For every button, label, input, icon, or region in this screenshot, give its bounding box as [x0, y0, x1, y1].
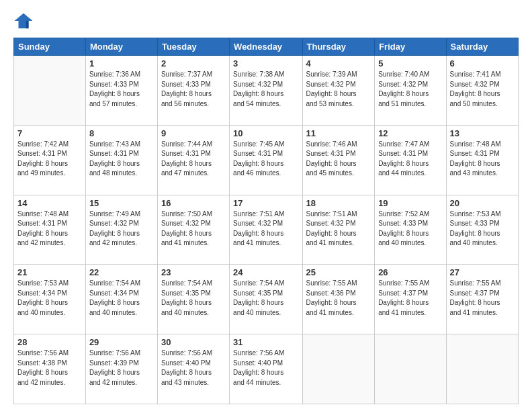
page: SundayMondayTuesdayWednesdayThursdayFrid…: [0, 0, 532, 411]
day-number: 22: [89, 267, 154, 277]
calendar-cell: 16Sunrise: 7:50 AM Sunset: 4:32 PM Dayli…: [157, 195, 229, 265]
day-number: 17: [233, 198, 298, 208]
day-number: 29: [89, 337, 154, 347]
day-number: 14: [17, 198, 82, 208]
day-info: Sunrise: 7:54 AM Sunset: 4:35 PM Dayligh…: [161, 279, 226, 318]
day-info: Sunrise: 7:36 AM Sunset: 4:33 PM Dayligh…: [89, 70, 154, 109]
day-number: 11: [306, 128, 371, 138]
col-header-monday: Monday: [85, 38, 157, 56]
col-header-wednesday: Wednesday: [230, 38, 302, 56]
calendar-cell: 26Sunrise: 7:55 AM Sunset: 4:37 PM Dayli…: [375, 265, 446, 334]
col-header-thursday: Thursday: [302, 38, 375, 56]
calendar-header-row: SundayMondayTuesdayWednesdayThursdayFrid…: [14, 38, 519, 56]
calendar-cell: 31Sunrise: 7:56 AM Sunset: 4:40 PM Dayli…: [230, 334, 302, 404]
calendar-cell: 6Sunrise: 7:41 AM Sunset: 4:32 PM Daylig…: [446, 56, 518, 126]
calendar-cell: 9Sunrise: 7:44 AM Sunset: 4:31 PM Daylig…: [157, 125, 229, 195]
calendar-cell: 7Sunrise: 7:42 AM Sunset: 4:31 PM Daylig…: [14, 125, 86, 195]
day-number: 6: [450, 58, 515, 68]
calendar-cell: 24Sunrise: 7:54 AM Sunset: 4:35 PM Dayli…: [230, 265, 302, 334]
day-info: Sunrise: 7:37 AM Sunset: 4:33 PM Dayligh…: [161, 70, 226, 109]
day-number: 30: [161, 337, 226, 347]
calendar-cell: [446, 334, 518, 404]
day-number: 9: [161, 128, 226, 138]
day-info: Sunrise: 7:53 AM Sunset: 4:33 PM Dayligh…: [450, 210, 515, 248]
calendar-cell: [302, 334, 375, 404]
day-info: Sunrise: 7:47 AM Sunset: 4:31 PM Dayligh…: [378, 140, 442, 179]
day-info: Sunrise: 7:55 AM Sunset: 4:36 PM Dayligh…: [306, 279, 371, 318]
day-info: Sunrise: 7:56 AM Sunset: 4:40 PM Dayligh…: [233, 349, 298, 387]
week-row-4: 28Sunrise: 7:56 AM Sunset: 4:38 PM Dayli…: [14, 334, 519, 404]
day-info: Sunrise: 7:55 AM Sunset: 4:37 PM Dayligh…: [450, 279, 515, 318]
day-info: Sunrise: 7:40 AM Sunset: 4:32 PM Dayligh…: [378, 70, 442, 109]
calendar-cell: 2Sunrise: 7:37 AM Sunset: 4:33 PM Daylig…: [157, 56, 229, 126]
col-header-friday: Friday: [375, 38, 446, 56]
header: [13, 11, 519, 31]
day-number: 18: [306, 198, 371, 208]
logo-icon: [13, 11, 34, 31]
day-number: 8: [89, 128, 154, 138]
calendar-cell: 25Sunrise: 7:55 AM Sunset: 4:36 PM Dayli…: [302, 265, 375, 334]
day-info: Sunrise: 7:55 AM Sunset: 4:37 PM Dayligh…: [378, 279, 442, 318]
calendar-cell: 17Sunrise: 7:51 AM Sunset: 4:32 PM Dayli…: [230, 195, 302, 265]
day-info: Sunrise: 7:48 AM Sunset: 4:31 PM Dayligh…: [17, 210, 82, 248]
calendar-cell: [14, 56, 86, 126]
day-info: Sunrise: 7:41 AM Sunset: 4:32 PM Dayligh…: [450, 70, 515, 109]
day-number: 27: [450, 267, 515, 277]
week-row-3: 21Sunrise: 7:53 AM Sunset: 4:34 PM Dayli…: [14, 265, 519, 334]
calendar-cell: 10Sunrise: 7:45 AM Sunset: 4:31 PM Dayli…: [230, 125, 302, 195]
calendar-cell: 4Sunrise: 7:39 AM Sunset: 4:32 PM Daylig…: [302, 56, 375, 126]
svg-marker-0: [15, 13, 33, 29]
day-number: 10: [233, 128, 298, 138]
calendar-cell: 29Sunrise: 7:56 AM Sunset: 4:39 PM Dayli…: [85, 334, 157, 404]
day-info: Sunrise: 7:56 AM Sunset: 4:39 PM Dayligh…: [89, 349, 154, 387]
day-number: 1: [89, 58, 154, 68]
day-number: 3: [233, 58, 298, 68]
day-number: 21: [17, 267, 82, 277]
calendar-cell: 13Sunrise: 7:48 AM Sunset: 4:31 PM Dayli…: [446, 125, 518, 195]
calendar-cell: 14Sunrise: 7:48 AM Sunset: 4:31 PM Dayli…: [14, 195, 86, 265]
day-info: Sunrise: 7:45 AM Sunset: 4:31 PM Dayligh…: [233, 140, 298, 179]
day-info: Sunrise: 7:51 AM Sunset: 4:32 PM Dayligh…: [306, 210, 371, 248]
calendar-cell: 8Sunrise: 7:43 AM Sunset: 4:31 PM Daylig…: [85, 125, 157, 195]
calendar-cell: 1Sunrise: 7:36 AM Sunset: 4:33 PM Daylig…: [85, 56, 157, 126]
day-number: 31: [233, 337, 298, 347]
calendar-cell: 5Sunrise: 7:40 AM Sunset: 4:32 PM Daylig…: [375, 56, 446, 126]
day-number: 28: [17, 337, 82, 347]
day-info: Sunrise: 7:44 AM Sunset: 4:31 PM Dayligh…: [161, 140, 226, 179]
calendar: SundayMondayTuesdayWednesdayThursdayFrid…: [13, 38, 519, 404]
calendar-cell: 28Sunrise: 7:56 AM Sunset: 4:38 PM Dayli…: [14, 334, 86, 404]
week-row-2: 14Sunrise: 7:48 AM Sunset: 4:31 PM Dayli…: [14, 195, 519, 265]
day-info: Sunrise: 7:56 AM Sunset: 4:40 PM Dayligh…: [161, 349, 226, 387]
day-info: Sunrise: 7:38 AM Sunset: 4:32 PM Dayligh…: [233, 70, 298, 109]
day-number: 23: [161, 267, 226, 277]
col-header-saturday: Saturday: [446, 38, 518, 56]
day-info: Sunrise: 7:48 AM Sunset: 4:31 PM Dayligh…: [450, 140, 515, 179]
week-row-0: 1Sunrise: 7:36 AM Sunset: 4:33 PM Daylig…: [14, 56, 519, 126]
calendar-cell: 30Sunrise: 7:56 AM Sunset: 4:40 PM Dayli…: [157, 334, 229, 404]
calendar-cell: 11Sunrise: 7:46 AM Sunset: 4:31 PM Dayli…: [302, 125, 375, 195]
calendar-cell: 12Sunrise: 7:47 AM Sunset: 4:31 PM Dayli…: [375, 125, 446, 195]
calendar-cell: 23Sunrise: 7:54 AM Sunset: 4:35 PM Dayli…: [157, 265, 229, 334]
day-info: Sunrise: 7:52 AM Sunset: 4:33 PM Dayligh…: [378, 210, 442, 248]
calendar-cell: 22Sunrise: 7:54 AM Sunset: 4:34 PM Dayli…: [85, 265, 157, 334]
calendar-cell: 18Sunrise: 7:51 AM Sunset: 4:32 PM Dayli…: [302, 195, 375, 265]
day-info: Sunrise: 7:51 AM Sunset: 4:32 PM Dayligh…: [233, 210, 298, 248]
logo: [13, 11, 36, 31]
day-number: 5: [378, 58, 442, 68]
day-number: 12: [378, 128, 442, 138]
calendar-cell: 27Sunrise: 7:55 AM Sunset: 4:37 PM Dayli…: [446, 265, 518, 334]
day-number: 20: [450, 198, 515, 208]
col-header-tuesday: Tuesday: [157, 38, 229, 56]
day-info: Sunrise: 7:54 AM Sunset: 4:34 PM Dayligh…: [89, 279, 154, 318]
day-number: 16: [161, 198, 226, 208]
week-row-1: 7Sunrise: 7:42 AM Sunset: 4:31 PM Daylig…: [14, 125, 519, 195]
day-number: 19: [378, 198, 442, 208]
day-number: 25: [306, 267, 371, 277]
day-info: Sunrise: 7:43 AM Sunset: 4:31 PM Dayligh…: [89, 140, 154, 179]
calendar-cell: [375, 334, 446, 404]
day-info: Sunrise: 7:53 AM Sunset: 4:34 PM Dayligh…: [17, 279, 82, 318]
day-number: 13: [450, 128, 515, 138]
calendar-cell: 15Sunrise: 7:49 AM Sunset: 4:32 PM Dayli…: [85, 195, 157, 265]
calendar-cell: 21Sunrise: 7:53 AM Sunset: 4:34 PM Dayli…: [14, 265, 86, 334]
day-info: Sunrise: 7:42 AM Sunset: 4:31 PM Dayligh…: [17, 140, 82, 179]
